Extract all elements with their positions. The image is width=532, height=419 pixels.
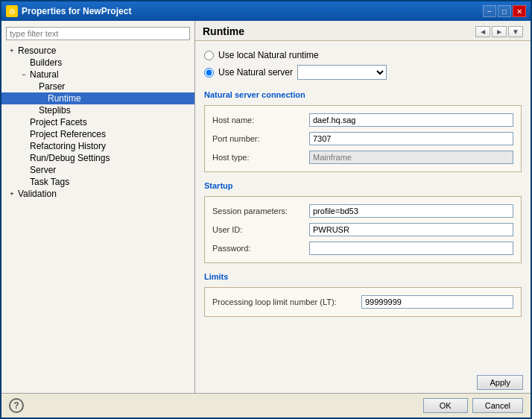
sidebar-item-run-debug[interactable]: Run/Debug Settings: [1, 152, 194, 164]
local-runtime-radio[interactable]: [204, 51, 214, 60]
sidebar-item-natural[interactable]: − Natural: [1, 69, 194, 81]
filter-input[interactable]: [6, 27, 190, 40]
processing-loop-input[interactable]: [361, 295, 513, 309]
server-runtime-label: Use Natural server: [218, 67, 293, 78]
user-id-label: User ID:: [212, 225, 309, 234]
title-buttons: − □ ✕: [483, 5, 526, 17]
user-id-row: User ID:: [212, 223, 513, 236]
sidebar-item-validation[interactable]: + Validation: [1, 188, 194, 200]
session-params-input[interactable]: [309, 204, 513, 218]
runtime-content: Use local Natural runtime Use Natural se…: [195, 41, 531, 371]
host-type-input[interactable]: [309, 151, 513, 164]
spacer-runtime: [37, 94, 46, 103]
nav-dropdown-button[interactable]: ▼: [508, 26, 523, 37]
window-icon: ⚙: [6, 5, 18, 17]
properties-window: ⚙ Properties for NewProject − □ ✕ + Reso…: [0, 0, 532, 419]
help-button[interactable]: ?: [9, 398, 24, 413]
port-number-label: Port number:: [212, 134, 309, 143]
expand-icon-resource: +: [7, 46, 16, 55]
server-select[interactable]: [297, 65, 387, 80]
sidebar-item-runtime[interactable]: Runtime: [1, 92, 194, 104]
password-row: Password:: [212, 242, 513, 255]
spacer-parser: [28, 82, 37, 91]
window-title: Properties for NewProject: [22, 6, 131, 16]
minimize-button[interactable]: −: [483, 5, 496, 17]
port-number-row: Port number:: [212, 132, 513, 145]
spacer-steplibs: [28, 106, 37, 115]
password-label: Password:: [212, 244, 309, 253]
apply-row: Apply: [195, 371, 531, 393]
host-type-row: Host type:: [212, 151, 513, 164]
local-runtime-label: Use local Natural runtime: [218, 50, 319, 60]
processing-loop-row: Processing loop limit number (LT):: [212, 295, 513, 309]
host-name-input[interactable]: [309, 113, 513, 127]
sidebar-item-refactoring-history[interactable]: Refactoring History: [1, 140, 194, 152]
spacer-run-debug: [19, 154, 28, 163]
server-runtime-row: Use Natural server: [204, 65, 522, 80]
spacer-facets: [19, 118, 28, 127]
server-connection-header: Natural server connection: [204, 90, 522, 99]
title-bar: ⚙ Properties for NewProject − □ ✕: [1, 1, 531, 21]
limits-header: Limits: [204, 272, 522, 281]
host-type-label: Host type:: [212, 153, 309, 162]
password-input[interactable]: [309, 242, 513, 255]
sidebar-item-builders[interactable]: Builders: [1, 57, 194, 69]
expand-icon-validation: +: [7, 189, 16, 198]
sidebar-item-project-references[interactable]: Project References: [1, 128, 194, 140]
footer-buttons: OK Cancel: [423, 398, 523, 413]
sidebar-item-task-tags[interactable]: Task Tags: [1, 176, 194, 188]
sidebar-item-resource[interactable]: + Resource: [1, 45, 194, 57]
processing-loop-label: Processing loop limit number (LT):: [212, 297, 361, 306]
apply-button[interactable]: Apply: [477, 375, 523, 390]
panel-header: Runtime ◄ ► ▼: [195, 21, 531, 41]
session-params-label: Session parameters:: [212, 207, 309, 215]
user-id-input[interactable]: [309, 223, 513, 236]
sidebar-item-server[interactable]: Server: [1, 164, 194, 176]
runtime-radio-group: Use local Natural runtime Use Natural se…: [204, 50, 522, 80]
cancel-button[interactable]: Cancel: [472, 398, 523, 413]
ok-button[interactable]: OK: [423, 398, 468, 413]
host-name-label: Host name:: [212, 116, 309, 125]
sidebar: + Resource Builders − Natural Parser R: [1, 21, 195, 393]
restore-button[interactable]: □: [498, 5, 511, 17]
close-button[interactable]: ✕: [513, 5, 526, 17]
sidebar-item-parser[interactable]: Parser: [1, 81, 194, 92]
host-name-row: Host name:: [212, 113, 513, 127]
spacer-builders: [19, 58, 28, 67]
startup-header: Startup: [204, 181, 522, 190]
main-content-area: + Resource Builders − Natural Parser R: [1, 21, 531, 393]
spacer-refactor: [19, 142, 28, 151]
limits-box: Processing loop limit number (LT):: [204, 287, 522, 317]
nav-buttons: ◄ ► ▼: [475, 26, 523, 37]
sidebar-item-project-facets[interactable]: Project Facets: [1, 116, 194, 128]
nav-forward-button[interactable]: ►: [492, 26, 507, 37]
footer-bar: ? OK Cancel: [1, 393, 531, 418]
startup-box: Session parameters: User ID: Password:: [204, 196, 522, 263]
local-runtime-row: Use local Natural runtime: [204, 50, 522, 60]
nav-back-button[interactable]: ◄: [475, 26, 490, 37]
server-connection-box: Host name: Port number: Host type:: [204, 105, 522, 172]
panel-title: Runtime: [203, 25, 244, 37]
port-number-input[interactable]: [309, 132, 513, 145]
expand-icon-natural: −: [19, 70, 28, 79]
server-runtime-radio[interactable]: [204, 68, 214, 78]
session-params-row: Session parameters:: [212, 204, 513, 218]
spacer-task: [19, 177, 28, 186]
right-panel: Runtime ◄ ► ▼ Use local Natural runtime: [195, 21, 531, 393]
spacer-refs: [19, 130, 28, 139]
sidebar-item-steplibs[interactable]: Steplibs: [1, 104, 194, 116]
spacer-server: [19, 166, 28, 174]
title-bar-left: ⚙ Properties for NewProject: [6, 5, 131, 17]
